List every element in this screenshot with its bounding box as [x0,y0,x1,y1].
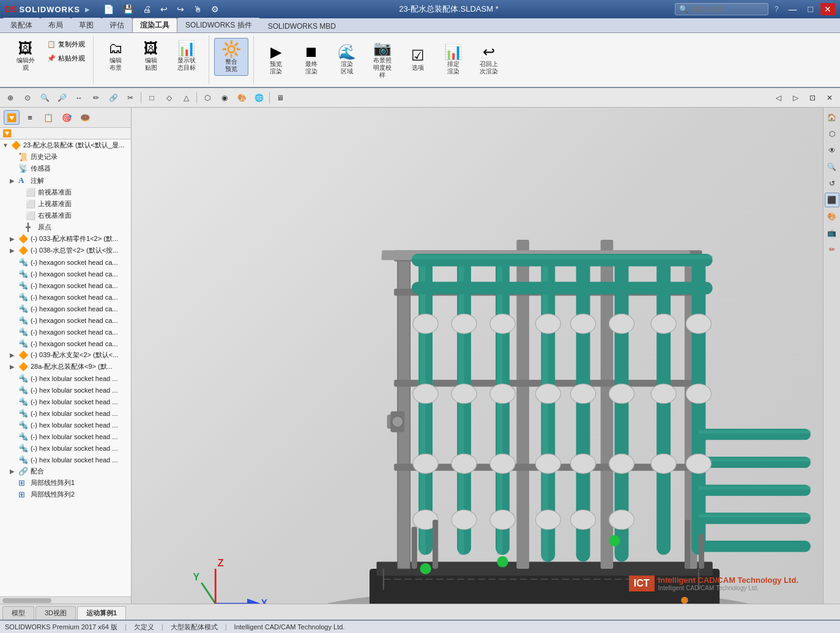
minimize-btn[interactable]: — [785,3,801,15]
t2-btn-2[interactable]: ⊙ [20,91,35,105]
tab-model[interactable]: 模型 [2,606,34,620]
maximize-btn[interactable]: □ [805,3,817,15]
new-btn[interactable]: 📄 [100,3,117,15]
tab-render[interactable]: 渲染工具 [132,18,177,32]
list-item[interactable]: 📡 传感器 [0,163,131,174]
list-item[interactable]: 🔩 (-) hex lobular socket head ... [0,442,131,454]
viewport-restore[interactable]: ▷ [787,91,803,105]
t2-btn-14[interactable]: 🎨 [234,91,250,105]
list-item[interactable]: ▶ 🔶 (-) 038-水总管<2> (默认<按... [0,245,131,256]
panel-icon-target[interactable]: 🎯 [59,110,75,125]
t2-btn-13[interactable]: ◉ [217,91,232,105]
right-icon-home[interactable]: 🏠 [825,110,839,125]
list-item[interactable]: ⬜ 右视基准面 [0,210,131,221]
list-item[interactable]: 🔩 (-) hex lobular socket head ... [0,396,131,407]
right-icon-edit[interactable]: ✏ [825,242,839,257]
right-icon-3d[interactable]: ⬡ [825,127,839,141]
render-region-btn[interactable]: 🌊 渲染区域 [330,38,364,82]
list-item[interactable]: 🔩 (-) hex lobular socket head ... [0,454,131,465]
t2-btn-16[interactable]: 🖥 [272,91,288,105]
schedule-render-btn[interactable]: 📊 排定渲染 [436,38,470,82]
preview-render-btn[interactable]: ▶ 预览渲染 [259,38,293,82]
tree-toggle[interactable]: ▶ [10,247,18,254]
undo-btn[interactable]: ↩ [157,3,171,15]
tree-root[interactable]: ▼ 🔶 23-配水总装配体 (默认<默认_显... [0,139,131,151]
tree-toggle[interactable]: ▶ [10,363,18,370]
list-item[interactable]: 🔩 (-) hex lobular socket head ... [0,419,131,431]
close-btn[interactable]: ✕ [820,3,835,15]
viewport-max[interactable]: ⊡ [805,91,820,105]
display-state-btn[interactable]: 📊 显示状态目标 [169,38,204,75]
final-render-btn[interactable]: ⏹ 最终渲染 [294,38,329,82]
tab-evaluate[interactable]: 评估 [102,18,132,32]
list-item[interactable]: ▶ A 注解 [0,174,131,187]
tree-view[interactable]: ▼ 🔶 23-配水总装配体 (默认<默认_显... 📜 历史记录 📡 传感器 ▶… [0,139,131,596]
right-icon-color1[interactable]: ⬛ [825,193,839,207]
copy-appearance-btn[interactable]: 📋 复制外观 [44,38,88,51]
edit-decals-btn[interactable]: 🖼 编辑贴图 [134,38,168,75]
save-btn[interactable]: 💾 [119,3,137,15]
tab-layout[interactable]: 布局 [40,18,71,32]
options-render-btn[interactable]: ☑ 选项 [401,38,435,82]
list-item[interactable]: 🔩 (-) hex lobular socket head ... [0,431,131,442]
tree-toggle[interactable]: ▶ [10,468,18,475]
redo-btn[interactable]: ↪ [173,3,188,15]
panel-icon-filter[interactable]: 🔽 [4,110,20,125]
list-item[interactable]: 🔩 (-) hex lobular socket head ... [0,372,131,384]
list-item[interactable]: 🔩 (-) hex lobular socket head ... [0,407,131,419]
t2-btn-11[interactable]: △ [178,91,194,105]
tree-toggle[interactable]: ▶ [10,177,18,184]
list-item[interactable]: ⊞ 局部线性阵列1 [0,477,131,489]
panel-icon-list[interactable]: ≡ [22,110,38,125]
list-item[interactable]: 🔩 (-) hexagon socket head ca... [0,256,131,268]
list-item[interactable]: 🔩 (-) hexagon socket head ca... [0,279,131,291]
list-item[interactable]: ╋ 原点 [0,221,131,233]
tree-toggle[interactable]: ▶ [10,235,18,242]
right-icon-zoom[interactable]: 🔍 [825,160,839,174]
list-item[interactable]: 🔩 (-) hexagon socket head ca... [0,326,131,338]
search-box[interactable]: 🔍 [675,3,768,15]
panel-icon-properties[interactable]: 📋 [40,110,56,125]
list-item[interactable]: 🔩 (-) hexagon socket head ca... [0,338,131,349]
right-icon-display[interactable]: 📺 [825,226,839,240]
tab-mbd[interactable]: SOLIDWORKS MBD [260,20,344,32]
right-icon-view[interactable]: 👁 [825,143,839,158]
t2-btn-5[interactable]: ↔ [71,91,87,105]
search-input[interactable] [691,6,764,13]
list-item[interactable]: 🔩 (-) hexagon socket head ca... [0,268,131,279]
t2-btn-4[interactable]: 🔎 [54,91,70,105]
tab-plugins[interactable]: SOLIDWORKS 插件 [177,18,260,32]
list-item[interactable]: ⊞ 局部线性阵列2 [0,489,131,500]
t2-btn-1[interactable]: ⊕ [2,91,18,105]
tab-motion[interactable]: 运动算例1 [77,606,126,620]
t2-btn-12[interactable]: ⬡ [199,91,215,105]
t2-btn-7[interactable]: 🔗 [105,91,121,105]
edit-scene-btn[interactable]: 🗂 编辑布景 [98,38,133,75]
list-item[interactable]: ▶ 🔶 (-) 039-配水支架<2> (默认<... [0,349,131,361]
scrollbar-thumb[interactable] [2,598,51,603]
list-item[interactable]: ▶ 🔗 配合 [0,465,131,477]
viewport[interactable]: X Y Z ICT Intelligent CAD/CAM Technology… [132,108,823,604]
t2-btn-15[interactable]: 🌐 [251,91,267,105]
list-item[interactable]: 📜 历史记录 [0,151,131,163]
list-item[interactable]: ⬜ 前视基准面 [0,187,131,198]
edit-appearance-btn[interactable]: 🖼 编辑外观 [9,38,43,75]
list-item[interactable]: 🔩 (-) hex lobular socket head ... [0,384,131,396]
list-item[interactable]: ▶ 🔶 (-) 033-配水精零件1<2> (默... [0,233,131,245]
t2-btn-3[interactable]: 🔍 [37,91,53,105]
paste-appearance-btn[interactable]: 📌 粘贴外观 [44,52,88,65]
list-item[interactable]: 🔩 (-) hexagon socket head ca... [0,291,131,303]
t2-btn-10[interactable]: ◇ [161,91,177,105]
list-item[interactable]: 🔩 (-) hexagon socket head ca... [0,314,131,326]
list-item[interactable]: ▶ 🔶 28a-配水总装配体<9> (默... [0,361,131,372]
t2-btn-6[interactable]: ✏ [88,91,104,105]
print-btn[interactable]: 🖨 [139,3,155,15]
tab-sketch[interactable]: 草图 [71,18,102,32]
recall-render-btn[interactable]: ↩ 召回上次渲染 [472,38,506,82]
panel-icon-chart[interactable]: 🍩 [77,110,93,125]
tab-assembly[interactable]: 装配体 [2,18,40,32]
tree-scrollbar[interactable] [0,596,131,604]
t2-btn-8[interactable]: ✂ [122,91,138,105]
tab-3dview[interactable]: 3D视图 [35,606,76,620]
tree-root-toggle[interactable]: ▼ [2,142,11,149]
